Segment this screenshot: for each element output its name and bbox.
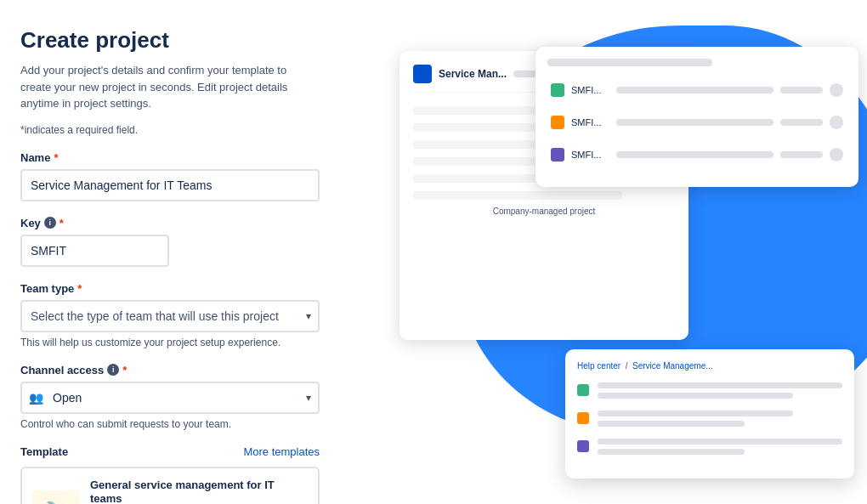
help-item-green (577, 382, 842, 399)
team-type-select[interactable]: Select the type of team that will use th… (20, 300, 320, 332)
sec-row-short-bar (780, 119, 823, 126)
channel-access-select[interactable]: Open (20, 382, 320, 414)
sec-row-circle (830, 116, 843, 129)
template-section: Template More templates 🔧 General servic… (20, 445, 320, 505)
orange-dot-icon (551, 116, 564, 129)
template-header: Template More templates (20, 445, 320, 458)
help-item-orange (577, 411, 842, 427)
left-panel: Create project Add your project's detail… (0, 0, 340, 504)
sec-row-label-orange: SMFI... (571, 117, 609, 127)
sec-row-short-bar (780, 151, 823, 158)
page-description: Add your project's details and confirm y… (20, 62, 320, 112)
sec-row-purple: SMFI... (547, 143, 847, 167)
help-line (598, 421, 745, 427)
help-green-icon (577, 384, 589, 396)
help-line (598, 449, 745, 455)
key-input[interactable] (20, 235, 169, 267)
required-star-team: * (77, 282, 82, 295)
help-line (598, 439, 842, 445)
help-line (598, 382, 842, 388)
page-title: Create project (20, 27, 320, 54)
channel-info-icon[interactable]: i (107, 364, 119, 376)
more-templates-link[interactable]: More templates (243, 445, 320, 458)
help-line (598, 393, 793, 399)
key-info-icon[interactable]: i (44, 217, 56, 229)
sec-header-bar (547, 59, 712, 66)
key-field-group: Key i * (20, 217, 320, 267)
help-purple-icon (577, 440, 589, 452)
channel-access-hint: Control who can submit requests to your … (20, 418, 320, 430)
name-field-group: Name * (20, 151, 320, 201)
channel-access-field-group: Channel access i * 👥 Open ▾ Control who … (20, 364, 320, 430)
placeholder-row (413, 157, 544, 166)
required-star-key: * (60, 217, 64, 229)
help-item-lines (598, 382, 842, 399)
team-type-select-wrapper: Select the type of team that will use th… (20, 300, 320, 332)
help-item-lines (598, 411, 842, 427)
right-panel: Service Man... Company-managed project S… (340, 0, 867, 504)
required-star: * (54, 151, 58, 164)
sec-row-label-purple: SMFI... (571, 150, 609, 160)
channel-access-select-wrapper: 👥 Open ▾ (20, 382, 320, 414)
secondary-preview-card: SMFI... SMFI... SMFI... (536, 47, 858, 187)
name-input[interactable] (20, 169, 320, 201)
help-item-purple (577, 439, 842, 455)
team-type-hint: This will help us customize your project… (20, 337, 320, 348)
template-name: General service management for IT teams (90, 479, 293, 505)
key-label: Key i * (20, 217, 320, 229)
name-label: Name * (20, 151, 320, 164)
help-center-card: Help center / Service Manageme... (565, 349, 854, 479)
template-icon-box: 🔧 (32, 490, 80, 504)
sec-row-green: SMFI... (547, 78, 847, 102)
help-line (598, 411, 793, 416)
main-card-title: Service Man... (439, 68, 507, 80)
required-star-channel: * (122, 364, 127, 377)
template-card[interactable]: 🔧 General service management for IT team… (20, 467, 320, 505)
help-item-lines (598, 439, 842, 455)
template-info: General service management for IT teams … (90, 479, 293, 505)
sec-row-circle (830, 83, 843, 97)
sec-row-orange: SMFI... (547, 110, 847, 134)
template-label: Template (20, 445, 68, 458)
green-dot-icon (551, 83, 564, 97)
company-label: Company-managed project (413, 207, 675, 216)
blue-square-icon (413, 65, 432, 83)
help-orange-icon (577, 412, 589, 424)
team-type-field-group: Team type * Select the type of team that… (20, 282, 320, 348)
sec-row-label-green: SMFI... (571, 85, 609, 95)
sec-row-circle (830, 148, 843, 161)
purple-dot-icon (551, 148, 564, 161)
sec-row-bar (616, 119, 774, 126)
sec-row-short-bar (780, 87, 823, 93)
sec-row-bar (616, 151, 774, 158)
required-note: *indicates a required field. (20, 124, 320, 136)
channel-access-label: Channel access i * (20, 364, 320, 377)
sec-row-bar (616, 87, 774, 93)
placeholder-row (413, 191, 622, 200)
team-type-label: Team type * (20, 282, 320, 295)
help-breadcrumb: Help center / Service Manageme... (577, 361, 842, 371)
